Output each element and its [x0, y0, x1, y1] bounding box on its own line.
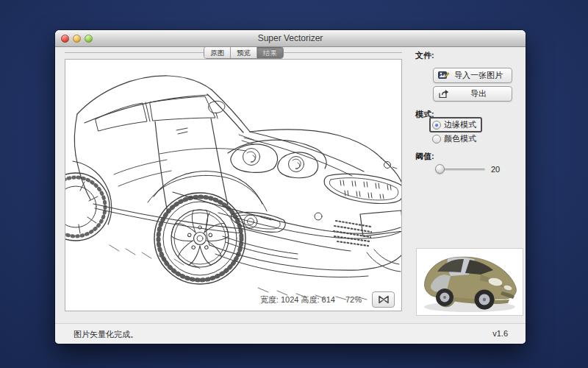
- file-section-label: 文件:: [415, 50, 434, 61]
- status-message: 图片矢量化完成。: [74, 329, 138, 340]
- radio-color-mode-control[interactable]: [432, 135, 441, 144]
- canvas-info-bar: 宽度: 1024 高度: 614 72%: [260, 291, 395, 308]
- app-version: v1.6: [492, 329, 508, 338]
- view-tabs: 原图 预览 结果: [204, 46, 284, 59]
- radio-color-mode-label: 颜色模式: [444, 133, 476, 144]
- image-canvas: 宽度: 1024 高度: 614 72%: [65, 59, 402, 311]
- status-bar: 图片矢量化完成。 v1.6: [55, 323, 526, 344]
- threshold-slider[interactable]: 20: [435, 164, 516, 174]
- radio-edge-mode-label: 边缘模式: [444, 119, 476, 130]
- import-image-button[interactable]: 导入一张图片: [433, 68, 512, 83]
- title-bar[interactable]: Super Vectorizer: [55, 30, 526, 47]
- export-icon: [438, 89, 450, 99]
- zoom-level: 72%: [345, 295, 362, 304]
- vectorized-car-drawing: [65, 60, 402, 311]
- radio-edge-mode-control[interactable]: [432, 121, 441, 130]
- window-title: Super Vectorizer: [55, 30, 526, 46]
- import-button-label: 导入一张图片: [450, 70, 507, 81]
- export-button[interactable]: 导出: [433, 86, 512, 102]
- app-window: Super Vectorizer 原图 预览 结果: [55, 30, 526, 344]
- radio-edge-mode[interactable]: 边缘模式: [429, 117, 482, 132]
- tab-result[interactable]: 结果: [257, 47, 283, 58]
- tab-preview[interactable]: 预览: [230, 47, 257, 58]
- slider-thumb[interactable]: [435, 164, 445, 174]
- threshold-value: 20: [491, 164, 500, 174]
- original-image-thumbnail: [416, 248, 523, 316]
- radio-color-mode[interactable]: 颜色模式: [432, 133, 476, 144]
- original-car-photo: [417, 249, 523, 315]
- fit-to-window-icon: [378, 295, 390, 304]
- export-button-label: 导出: [450, 88, 507, 99]
- threshold-label: 阈值:: [415, 151, 434, 162]
- tab-original[interactable]: 原图: [204, 47, 230, 58]
- import-image-icon: [438, 71, 450, 80]
- desktop-background: { "window": { "title": "Super Vectorizer…: [0, 0, 588, 368]
- image-dimensions: 宽度: 1024 高度: 614: [260, 294, 335, 305]
- fit-to-window-button[interactable]: [372, 291, 395, 308]
